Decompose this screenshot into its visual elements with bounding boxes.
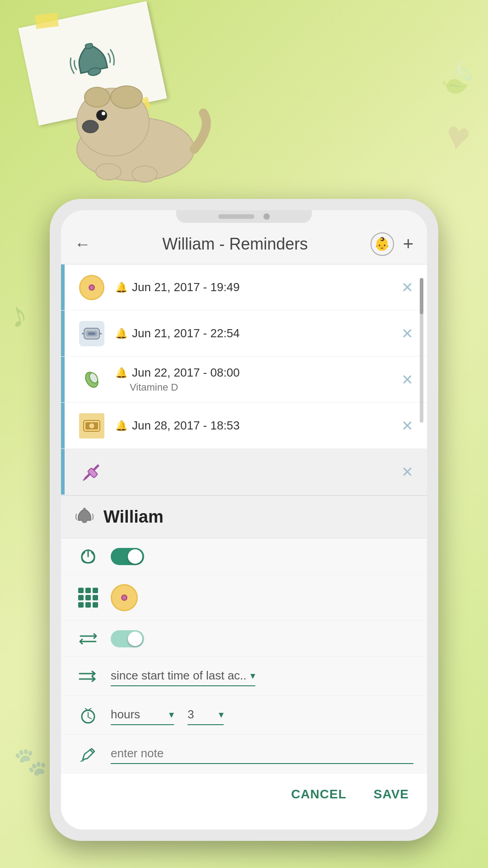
reminder-info: 🔔 Jun 22, 2017 - 08:00 Vitamine D	[115, 366, 397, 393]
left-bar	[61, 357, 65, 402]
left-bar	[61, 449, 65, 495]
hours-text: hours	[111, 708, 165, 722]
toggle-switch[interactable]	[111, 548, 144, 565]
reminder-date: Jun 21, 2017 - 22:54	[132, 326, 240, 340]
left-bar	[61, 264, 65, 310]
svg-rect-0	[85, 43, 93, 49]
action-buttons: CANCEL SAVE	[61, 774, 427, 815]
delete-button[interactable]: ✕	[397, 413, 418, 439]
number-value: 3	[188, 708, 215, 722]
bell-icon: 🔔	[115, 282, 127, 293]
power-icon	[75, 547, 102, 566]
back-button[interactable]: ←	[75, 235, 91, 254]
note-row[interactable]	[61, 735, 427, 774]
delete-button[interactable]: ✕	[397, 321, 418, 347]
phone-frame: ← William - Reminders 👶 +	[50, 199, 438, 841]
hours-dropdown[interactable]: hours ▾	[111, 705, 174, 725]
reminder-item[interactable]: 🔔 Jun 21, 2017 - 19:49 ✕	[61, 264, 427, 311]
hours-arrow-icon: ▾	[169, 709, 174, 721]
detail-bell-icon	[75, 506, 94, 528]
reminder-info: 🔔 Jun 28, 2017 - 18:53	[115, 419, 397, 433]
baby-icon-button[interactable]: 👶	[371, 232, 394, 256]
bell-icon: 🔔	[115, 367, 127, 379]
svg-point-7	[111, 86, 142, 108]
detail-name: William	[103, 507, 164, 527]
svg-point-4	[82, 120, 99, 133]
enabled-row	[61, 538, 427, 575]
delete-button[interactable]: ✕	[397, 459, 418, 485]
reminder-item[interactable]: ✕	[61, 449, 427, 495]
svg-point-20	[89, 423, 94, 429]
since-arrow-icon: ▾	[250, 670, 255, 682]
svg-point-5	[96, 110, 107, 121]
header-bar: ← William - Reminders 👶 +	[61, 224, 427, 264]
hours-row: hours ▾ 3 ▾	[111, 705, 224, 725]
svg-line-34	[88, 717, 91, 719]
toggle-switch-repeat[interactable]	[111, 630, 144, 647]
category-pill[interactable]	[111, 584, 138, 611]
reminder-item[interactable]: 🔔 Jun 28, 2017 - 18:53 ✕	[61, 403, 427, 449]
svg-point-9	[96, 164, 121, 180]
since-row[interactable]: since start time of last ac.. ▾	[61, 657, 427, 696]
scroll-track	[420, 278, 423, 423]
phone-inner: ← William - Reminders 👶 +	[61, 210, 427, 830]
since-dropdown[interactable]: since start time of last ac.. ▾	[111, 666, 255, 686]
timer-icon	[75, 706, 102, 724]
delete-button[interactable]: ✕	[397, 274, 418, 301]
scroll-thumb[interactable]	[420, 278, 423, 314]
detail-panel: William	[61, 495, 427, 815]
svg-rect-24	[83, 508, 86, 510]
toggle-knob-repeat	[128, 632, 142, 646]
svg-rect-15	[88, 332, 95, 335]
time-row[interactable]: hours ▾ 3 ▾	[61, 696, 427, 735]
svg-line-36	[90, 750, 93, 752]
save-button[interactable]: SAVE	[369, 783, 413, 806]
enabled-toggle[interactable]	[111, 548, 144, 565]
left-bar	[61, 403, 65, 448]
note-input[interactable]	[111, 746, 413, 760]
repeat-row	[61, 621, 427, 657]
number-arrow-icon: ▾	[219, 709, 224, 721]
page-title: William - Reminders	[100, 235, 371, 254]
svg-rect-22	[87, 467, 98, 478]
toggle-knob	[128, 549, 142, 564]
reminder-date: Jun 22, 2017 - 08:00	[132, 366, 240, 380]
left-bar	[61, 311, 65, 356]
reminder-date: Jun 28, 2017 - 18:53	[132, 419, 240, 433]
svg-point-6	[102, 112, 105, 115]
detail-header: William	[61, 496, 427, 538]
reminder-icon-capsule	[77, 365, 106, 394]
reminder-item[interactable]: 🔔 Jun 22, 2017 - 08:00 Vitamine D ✕	[61, 357, 427, 403]
bell-icon: 🔔	[115, 420, 127, 432]
reminder-icon-syringe	[77, 457, 106, 486]
reminder-icon-band	[77, 319, 106, 348]
stuffed-animal	[54, 68, 217, 187]
reminder-info: 🔔 Jun 21, 2017 - 22:54	[115, 326, 397, 340]
reminder-icon-band2	[77, 411, 106, 440]
add-button[interactable]: +	[403, 234, 413, 254]
since-text: since start time of last ac..	[111, 669, 247, 683]
pencil-icon	[75, 745, 102, 763]
phone-speaker	[218, 214, 254, 219]
cancel-button[interactable]: CANCEL	[286, 783, 351, 806]
phone-camera	[263, 213, 270, 220]
category-icon	[75, 588, 102, 608]
reminder-icon-pill	[77, 273, 106, 302]
svg-point-25	[82, 519, 87, 523]
app-screen: ← William - Reminders 👶 +	[61, 224, 427, 830]
reminder-info: 🔔 Jun 21, 2017 - 19:49	[115, 280, 397, 294]
svg-line-37	[81, 760, 84, 761]
note-input-wrap[interactable]	[111, 744, 413, 764]
reminder-list: 🔔 Jun 21, 2017 - 19:49 ✕	[61, 264, 427, 495]
bell-icon: 🔔	[115, 328, 127, 340]
repeat-toggle[interactable]	[111, 630, 144, 647]
svg-point-8	[84, 87, 110, 107]
reminder-item[interactable]: 🔔 Jun 21, 2017 - 22:54 ✕	[61, 311, 427, 357]
reminder-date: Jun 21, 2017 - 19:49	[132, 280, 240, 294]
category-row[interactable]	[61, 575, 427, 621]
arrow-icon	[75, 669, 102, 684]
number-dropdown[interactable]: 3 ▾	[188, 705, 224, 725]
delete-button[interactable]: ✕	[397, 367, 418, 393]
reminder-note: Vitamine D	[130, 382, 397, 393]
phone-top-bar	[176, 210, 312, 223]
